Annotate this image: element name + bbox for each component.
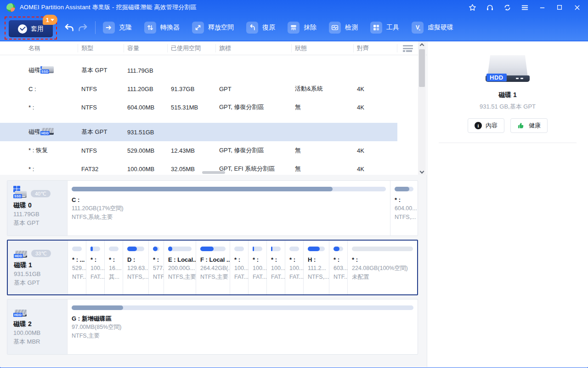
cell-type: NTFS (78, 147, 124, 154)
toolbar-button-convert[interactable]: 轉換器 (144, 22, 180, 34)
horizontal-scrollbar-thumb[interactable] (202, 171, 225, 174)
list-view-icon[interactable] (403, 45, 413, 52)
partition-block[interactable]: C :111.20GB(17%空間)NTFS,系統,主要 (67, 181, 390, 236)
partition-label: H : (308, 255, 325, 264)
scroll-down-icon[interactable] (418, 168, 426, 175)
undo-button[interactable] (62, 21, 76, 34)
cell-flags: GPT, 修復分割區 (216, 103, 292, 111)
partition-block[interactable]: * :100...FAT... (248, 241, 266, 294)
maximize-button[interactable] (552, 1, 567, 13)
capacity-bar (234, 247, 244, 251)
column-header-7[interactable]: 對齊 (354, 44, 397, 52)
scroll-up-icon[interactable] (418, 41, 426, 48)
partition-block[interactable]: * :577...NTF... (148, 241, 164, 294)
cell-name: SSD磁碟 0 (0, 66, 78, 75)
partition-label: F : Local ... (200, 255, 226, 264)
disk-panel-1: HDD33℃磁碟 1931.51GB基本 GPT* : ...529...NTF… (7, 240, 418, 295)
partition-filesystem: NTFS,... (395, 213, 413, 222)
partition-block[interactable]: G : 新增磁碟區97.00MB(85%空間)NTFS,主要 (67, 299, 418, 354)
capacity-bar (127, 247, 144, 251)
column-header-1[interactable]: 名稱 (0, 44, 78, 52)
partition-size: 100... (253, 264, 262, 273)
toolbar-button-tools[interactable]: 工具 (370, 22, 399, 34)
toolbar-label-test: 檢測 (345, 23, 358, 32)
star-icon[interactable] (465, 1, 480, 13)
pending-operations-badge[interactable]: 1 (43, 15, 57, 25)
capacity-bar-fill (200, 247, 214, 251)
toolbar-button-test[interactable]: 檢測 (329, 22, 358, 34)
toolbar-buttons: 克隆轉換器釋放空間復原抹除檢測工具V虛擬硬碟 (103, 22, 466, 34)
disk-info-1[interactable]: HDD33℃磁碟 1931.51GB基本 GPT (8, 241, 68, 294)
partition-filesystem: FAT... (253, 273, 262, 282)
chevron-down-icon (51, 19, 54, 21)
disk-info-2[interactable]: HDD磁碟 2100.00MB基本 MBR (7, 299, 67, 354)
health-button[interactable]: 健康 (510, 118, 548, 133)
column-header-6[interactable]: 狀態 (292, 44, 354, 52)
main-area: 名稱類型容量已使用空間旗標狀態對齊 SSD磁碟 0基本 GPT111.79GBC… (0, 41, 427, 367)
toolbar-button-wipe[interactable]: 抹除 (288, 22, 317, 34)
table-row-partition[interactable]: * :NTFS604.00MB515.31MBGPT, 修復分割區無4K (0, 98, 397, 116)
partition-label: * : (153, 255, 159, 264)
table-row-disk[interactable]: HDD磁碟 1基本 GPT931.51GB (0, 123, 397, 141)
cell-type: 基本 GPT (78, 128, 124, 136)
properties-button[interactable]: i 內容 (468, 118, 504, 133)
column-header-5[interactable]: 旗標 (216, 44, 292, 52)
partition-size: 200.00G... (168, 264, 192, 273)
cell-capacity: 529.00MB (124, 147, 168, 154)
capacity-bar (153, 247, 159, 251)
toolbar-button-vdisk[interactable]: V虛擬硬碟 (412, 22, 453, 34)
vertical-scrollbar[interactable] (418, 41, 426, 175)
column-header-2[interactable]: 類型 (78, 44, 124, 52)
toolbar-button-recover[interactable]: 復原 (246, 22, 275, 34)
toolbar-button-free-space[interactable]: 釋放空間 (192, 22, 234, 34)
cell-align: 4K (354, 166, 397, 172)
partition-block[interactable]: * :100...FAT... (230, 241, 248, 294)
table-row-partition[interactable]: * : 恢复NTFS529.00MB12.43MBGPT, 修復分割區無4K (0, 141, 397, 160)
disk-size: 931.51GB (14, 270, 68, 278)
partition-block[interactable]: D :129.63...NTFS,... (123, 241, 148, 294)
column-header-4[interactable]: 已使用空間 (168, 44, 216, 52)
partition-size: 529... (72, 264, 82, 273)
table-row-disk[interactable]: SSD磁碟 0基本 GPT111.79GB (0, 61, 397, 80)
capacity-bar-fill (334, 247, 339, 251)
capacity-bar-fill (90, 247, 93, 251)
cell-name: * : (0, 104, 78, 111)
partition-block[interactable]: F : Local ...264.42GB(...NTFS,主要 (196, 241, 230, 294)
capacity-bar-fill (153, 247, 158, 251)
table-row-partition[interactable]: * :FAT32100.00MB32.05MBGPT, EFI 系統分割區無4K (0, 160, 397, 174)
toolbar-label-tools: 工具 (386, 23, 399, 32)
close-button[interactable] (570, 1, 584, 13)
partition-block[interactable]: * :224.08GB(100%空間)未配置 (347, 241, 417, 294)
disk-info-0[interactable]: SSD40℃磁碟 0111.79GB基本 GPT (7, 181, 67, 236)
disk-name: 磁碟 2 (13, 319, 67, 328)
partition-block[interactable]: * :100...FAT... (285, 241, 303, 294)
partition-label: * : (109, 255, 119, 264)
redo-button[interactable] (76, 21, 90, 34)
scrollbar-thumb[interactable] (419, 49, 425, 87)
capacity-bar (308, 247, 325, 251)
partition-label: * : (271, 255, 281, 264)
partition-block[interactable]: * :603...NTF... (329, 241, 347, 294)
partition-block[interactable]: * :16....其... (104, 241, 123, 294)
capacity-bar (200, 247, 226, 251)
toolbar-button-clone[interactable]: 克隆 (103, 22, 132, 34)
menu-icon[interactable] (517, 1, 532, 13)
column-header-3[interactable]: 容量 (124, 44, 168, 52)
minimize-button[interactable] (535, 1, 549, 13)
partition-block[interactable]: * :100...FAT... (266, 241, 285, 294)
partition-block[interactable]: H :111.2...NTFS,... (303, 241, 329, 294)
cell-type: FAT32 (78, 166, 124, 172)
partition-filesystem: FAT... (234, 273, 244, 282)
sync-icon[interactable] (500, 1, 514, 13)
partition-block[interactable]: * :604.00...NTFS,... (390, 181, 418, 236)
capacity-bar (271, 247, 281, 251)
headset-icon[interactable] (482, 1, 497, 13)
partition-filesystem: FAT... (271, 273, 281, 282)
cell-capacity: 111.20GB (124, 86, 168, 92)
partition-block[interactable]: * : ...529...NTF... (68, 241, 86, 294)
app-body: 名稱類型容量已使用空間旗標狀態對齊 SSD磁碟 0基本 GPT111.79GBC… (0, 41, 588, 367)
thumbs-up-icon (517, 122, 525, 130)
table-row-partition[interactable]: C :NTFS111.20GB91.37GBGPT活動&系統4K (0, 80, 397, 98)
partition-block[interactable]: E : Local...200.00G...NTFS,主要 (164, 241, 196, 294)
partition-block[interactable]: * :100...FAT... (86, 241, 104, 294)
